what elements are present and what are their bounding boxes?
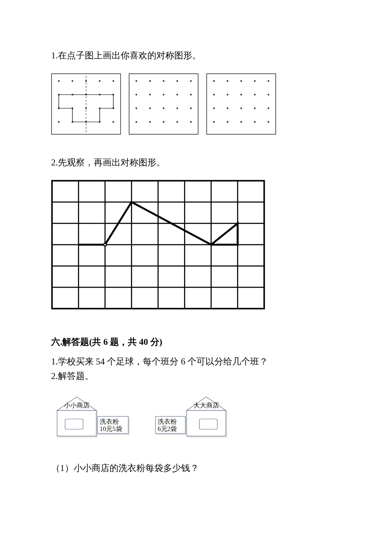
svg-point-26 [176, 80, 178, 82]
svg-point-42 [190, 121, 192, 123]
store-2: 大大商店 洗衣粉 6元2袋 [153, 396, 232, 438]
svg-point-45 [227, 80, 228, 82]
svg-point-47 [254, 80, 256, 82]
svg-point-24 [149, 80, 151, 82]
svg-rect-43 [207, 74, 276, 134]
svg-point-25 [163, 80, 164, 82]
svg-point-48 [268, 80, 269, 82]
svg-point-58 [268, 107, 269, 109]
question-1-text: 1.在点子图上画出你喜欢的对称图形。 [51, 49, 341, 63]
sub-question-1: （1）小小商店的洗衣粉每袋多少钱？ [51, 462, 341, 475]
svg-point-31 [176, 94, 178, 95]
svg-point-60 [227, 121, 228, 123]
section-6-q2: 2.解答题。 [51, 370, 341, 383]
svg-point-78 [104, 244, 106, 246]
section-6-header: 六.解答题(共 6 题，共 40 分) [51, 335, 341, 349]
dot-grid-row [51, 73, 341, 135]
svg-point-53 [268, 94, 269, 95]
svg-rect-22 [129, 74, 198, 134]
svg-point-55 [227, 107, 228, 109]
store-1-line2: 10元5袋 [100, 425, 122, 432]
svg-point-39 [149, 121, 151, 123]
svg-point-28 [135, 94, 137, 95]
section-6-q1: 1.学校买来 54 个足球，每个班分 6 个可以分给几个班？ [51, 355, 341, 369]
symmetry-grid-figure [51, 180, 341, 314]
svg-point-51 [240, 94, 242, 95]
svg-point-57 [254, 107, 256, 109]
stores-row: 小小商店 洗衣粉 10元5袋 大大商店 洗衣粉 6元2袋 [51, 396, 341, 442]
svg-point-46 [240, 80, 242, 82]
svg-point-54 [213, 107, 215, 109]
svg-point-44 [213, 80, 215, 82]
svg-point-1 [58, 80, 60, 82]
store-1: 小小商店 洗衣粉 10元5袋 [51, 396, 130, 438]
svg-point-20 [112, 121, 114, 123]
svg-point-63 [268, 121, 269, 123]
svg-point-52 [254, 94, 256, 95]
svg-point-5 [112, 80, 114, 82]
svg-point-33 [135, 107, 137, 109]
svg-point-27 [190, 80, 192, 82]
store-1-name: 小小商店 [64, 402, 89, 409]
svg-point-49 [213, 94, 215, 95]
store-2-line1: 洗衣粉 [158, 418, 177, 425]
svg-point-35 [163, 107, 164, 109]
svg-point-2 [72, 80, 73, 82]
svg-point-38 [135, 121, 137, 123]
store-2-line2: 6元2袋 [158, 425, 177, 432]
svg-point-4 [99, 80, 101, 82]
svg-rect-81 [65, 419, 83, 429]
dot-grid-3 [206, 73, 276, 135]
svg-rect-85 [199, 419, 217, 429]
svg-point-23 [135, 80, 137, 82]
svg-point-37 [190, 107, 192, 109]
svg-point-59 [213, 121, 215, 123]
svg-point-62 [254, 121, 256, 123]
svg-point-40 [163, 121, 164, 123]
svg-point-30 [163, 94, 164, 95]
svg-point-41 [176, 121, 178, 123]
dot-grid-2 [129, 73, 199, 135]
question-2-text: 2.先观察，再画出对称图形。 [51, 156, 341, 170]
svg-point-56 [240, 107, 242, 109]
svg-point-29 [149, 94, 151, 95]
svg-point-34 [149, 107, 151, 109]
svg-point-36 [176, 107, 178, 109]
svg-point-32 [190, 94, 192, 95]
svg-point-50 [227, 94, 228, 95]
store-2-name: 大大商店 [193, 402, 219, 409]
dot-grid-1 [51, 73, 121, 135]
svg-point-16 [58, 121, 60, 123]
svg-point-61 [240, 121, 242, 123]
store-1-line1: 洗衣粉 [100, 418, 119, 425]
